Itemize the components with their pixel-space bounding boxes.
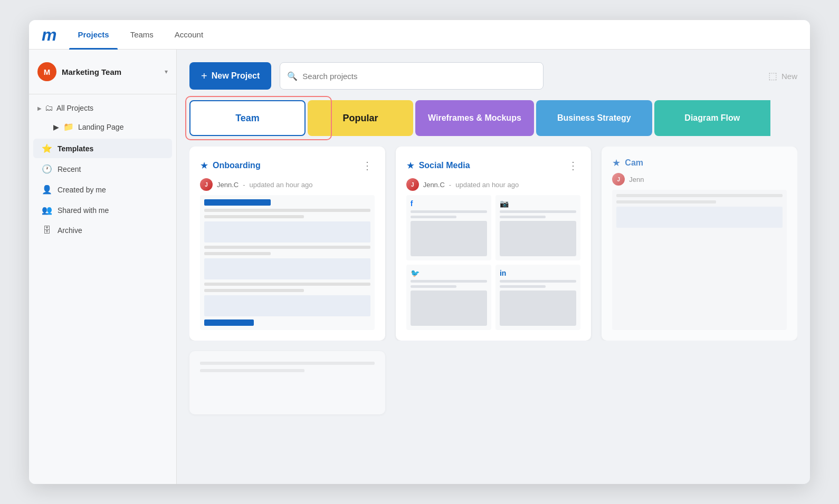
social-block-3 <box>411 290 487 326</box>
sidebar: M Marketing Team ▾ ▶ 🗂 All Projects ▶ 📁 … <box>29 50 177 484</box>
cam-preview <box>612 190 787 330</box>
wf-line-5 <box>204 283 370 286</box>
wf-block-2 <box>204 258 370 279</box>
author-name: Jenn.C <box>217 181 239 189</box>
wf-line-6 <box>204 289 304 292</box>
twitter-icon: 🐦 <box>411 269 487 277</box>
author-avatar: J <box>200 178 213 191</box>
projects-row-wrapper: ★ Onboarding ⋮ J Jenn.C - updated an hou… <box>189 147 797 341</box>
shared-with-me-label: Shared with me <box>58 206 109 215</box>
top-nav: m Projects Teams Account <box>29 20 810 50</box>
project-card-cam: ★ Cam J Jenn <box>602 147 797 341</box>
category-popular-button[interactable]: Popular <box>308 100 413 136</box>
social-cell-li: in <box>495 265 580 330</box>
archive-label: Archive <box>58 226 82 235</box>
wf-block-1 <box>204 221 370 243</box>
project-author-social: J Jenn.C - updated an hour ago <box>406 178 581 191</box>
category-business-button[interactable]: Business Strategy <box>536 100 652 136</box>
wf-line-2 <box>204 215 304 218</box>
social-line-4 <box>500 216 546 218</box>
project-card-social-media: ★ Social Media ⋮ J Jenn.C - updated an h… <box>396 147 592 341</box>
update-label: updated an hour ago <box>250 181 313 189</box>
all-projects-section: ▶ 🗂 All Projects ▶ 📁 Landing Page <box>33 99 172 136</box>
project-author: J Jenn.C - updated an hour ago <box>200 178 375 191</box>
tab-account[interactable]: Account <box>166 20 212 50</box>
new-right-icon: ⬚ <box>768 70 777 82</box>
project-author-cam: J Jenn <box>612 173 787 186</box>
social-line-3 <box>500 210 576 213</box>
sidebar-item-archive[interactable]: 🗄 Archive <box>33 221 172 240</box>
plus-icon: + <box>201 70 207 82</box>
social-line-8 <box>500 285 546 288</box>
sidebar-item-templates[interactable]: ⭐ Templates <box>33 139 172 158</box>
project-title[interactable]: Onboarding <box>213 161 261 170</box>
instagram-icon: 📷 <box>500 199 576 208</box>
social-cell-ig: 📷 <box>495 195 580 260</box>
landing-page-label: Landing Page <box>78 123 123 131</box>
sidebar-item-all-projects[interactable]: ▶ 🗂 All Projects <box>33 99 172 118</box>
project-title-social[interactable]: Social Media <box>419 161 470 170</box>
social-line-5 <box>411 280 487 283</box>
projects-grid-row2 <box>189 351 797 414</box>
star-icon: ★ <box>200 160 208 171</box>
app-logo: m <box>42 26 56 43</box>
author-avatar-social: J <box>406 178 419 191</box>
social-block-4 <box>500 290 576 326</box>
workspace-selector[interactable]: M Marketing Team ▾ <box>29 58 176 85</box>
category-row-wrapper: Team Popular Wireframes & Mockups Busine… <box>189 100 797 136</box>
social-block-2 <box>500 221 576 256</box>
tab-teams[interactable]: Teams <box>122 20 162 50</box>
more-options-button-social[interactable]: ⋮ <box>566 157 580 174</box>
wf-line-1 <box>204 209 370 212</box>
author-name-social: Jenn.C <box>423 181 445 189</box>
templates-label: Templates <box>58 144 93 153</box>
search-input[interactable] <box>280 62 544 90</box>
projects-grid: ★ Onboarding ⋮ J Jenn.C - updated an hou… <box>189 147 797 341</box>
folder-blue-icon: 📁 <box>63 122 74 132</box>
archive-icon: 🗄 <box>42 226 52 235</box>
category-team-button[interactable]: Team <box>189 100 306 136</box>
sidebar-item-shared-with-me[interactable]: 👥 Shared with me <box>33 200 172 220</box>
more-options-button[interactable]: ⋮ <box>360 157 375 174</box>
new-project-button[interactable]: + New Project <box>189 62 271 90</box>
star-icon-social: ★ <box>406 160 415 171</box>
created-by-me-icon: 👤 <box>42 185 52 195</box>
sidebar-item-landing-page[interactable]: ▶ 📁 Landing Page <box>33 118 172 136</box>
tab-projects[interactable]: Projects <box>69 20 117 50</box>
new-button-right[interactable]: ⬚ New <box>768 70 797 82</box>
project-card-header-social: ★ Social Media ⋮ <box>406 157 581 174</box>
project-title-row-cam: ★ Cam <box>612 157 643 169</box>
category-wireframes-button[interactable]: Wireframes & Mockups <box>415 100 534 136</box>
star-icon-cam: ★ <box>612 157 621 169</box>
chevron-down-icon: ▾ <box>165 68 168 75</box>
new-project-label: New Project <box>212 71 260 81</box>
wf-line-3 <box>204 246 370 249</box>
empty-line-1 <box>200 362 375 365</box>
shared-with-me-icon: 👥 <box>42 205 52 215</box>
sub-arrow-icon: ▶ <box>53 123 59 131</box>
project-title-row: ★ Onboarding <box>200 160 261 171</box>
sidebar-item-created-by-me[interactable]: 👤 Created by me <box>33 180 172 199</box>
project-card-empty-1 <box>189 351 385 414</box>
author-name-cam: Jenn <box>629 176 644 183</box>
social-line-6 <box>411 285 456 288</box>
folder-icon: 🗂 <box>45 103 53 113</box>
avatar: M <box>37 62 56 81</box>
category-row: Team Popular Wireframes & Mockups Busine… <box>189 100 797 136</box>
recent-icon: 🕐 <box>42 164 52 174</box>
wireframe-preview <box>200 195 375 330</box>
linkedin-icon: in <box>500 269 576 277</box>
project-title-cam[interactable]: Cam <box>625 158 643 168</box>
social-line-2 <box>411 216 456 218</box>
wf-header-bar <box>204 199 271 206</box>
social-preview: f 📷 � <box>406 195 581 330</box>
author-avatar-cam: J <box>612 173 625 186</box>
cam-wf-line-2 <box>616 200 716 203</box>
social-cell-tw: 🐦 <box>406 265 491 330</box>
project-card-header-cam: ★ Cam <box>612 157 787 169</box>
main-content: M Marketing Team ▾ ▶ 🗂 All Projects ▶ 📁 … <box>29 50 810 484</box>
sidebar-item-recent[interactable]: 🕐 Recent <box>33 159 172 179</box>
category-diagram-button[interactable]: Diagram Flow <box>654 100 770 136</box>
wf-line-4 <box>204 252 271 255</box>
workspace-name: Marketing Team <box>62 67 165 76</box>
